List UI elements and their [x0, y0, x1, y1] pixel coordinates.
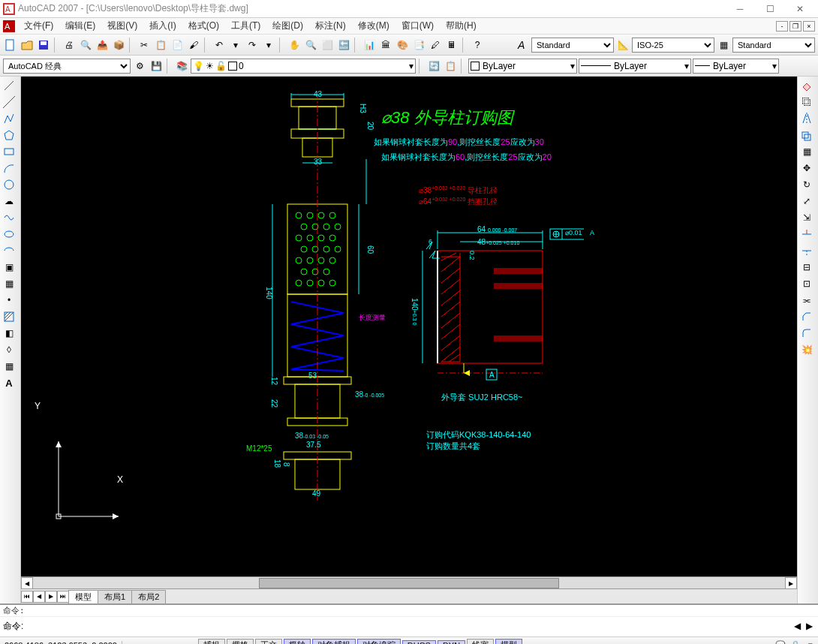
- join-icon[interactable]: ⫘: [799, 293, 814, 308]
- status-lwt[interactable]: 线宽: [467, 639, 494, 644]
- ellipsearc-icon[interactable]: [2, 243, 17, 258]
- point-icon[interactable]: •: [2, 293, 17, 308]
- menu-format[interactable]: 格式(O): [182, 20, 225, 32]
- lineweight-combo[interactable]: ByLayer▾: [693, 59, 779, 74]
- mdi-close-button[interactable]: ×: [803, 21, 815, 32]
- block-icon[interactable]: ▣: [2, 260, 17, 275]
- pline-icon[interactable]: [2, 111, 17, 126]
- hatch-icon[interactable]: [2, 309, 17, 324]
- redo-icon[interactable]: ↷: [245, 38, 260, 53]
- color-combo[interactable]: ByLayer▾: [468, 59, 577, 74]
- menu-dim[interactable]: 标注(N): [309, 20, 352, 32]
- region-icon[interactable]: ◊: [2, 342, 17, 357]
- status-model[interactable]: 模型: [495, 639, 522, 644]
- calc-icon[interactable]: 🖩: [444, 38, 459, 53]
- status-otrack[interactable]: 对象追踪: [357, 639, 401, 644]
- menu-window[interactable]: 窗口(W): [395, 20, 440, 32]
- app-menu-icon[interactable]: A: [3, 20, 15, 32]
- tablestyle-icon[interactable]: ▦: [716, 38, 731, 53]
- matchprops-icon[interactable]: 🖌: [186, 38, 201, 53]
- workspace-settings-icon[interactable]: ⚙: [132, 59, 147, 74]
- tab-prev-icon[interactable]: ◀: [33, 591, 45, 603]
- tab-next-icon[interactable]: ▶: [45, 591, 57, 603]
- workspace-save-icon[interactable]: 💾: [149, 59, 164, 74]
- print-icon[interactable]: 🖨: [62, 38, 77, 53]
- table-icon[interactable]: ▦: [2, 359, 17, 374]
- move-icon[interactable]: ✥: [799, 161, 814, 176]
- menu-draw[interactable]: 绘图(D): [266, 20, 309, 32]
- preview-icon[interactable]: 🔍: [78, 38, 93, 53]
- rectangle-icon[interactable]: [2, 144, 17, 159]
- close-button[interactable]: ✕: [785, 1, 815, 17]
- revcloud-icon[interactable]: ☁: [2, 194, 17, 209]
- status-lock-icon[interactable]: 🔒: [788, 638, 803, 645]
- menu-modify[interactable]: 修改(M): [352, 20, 395, 32]
- offset-icon[interactable]: [799, 128, 814, 143]
- status-grid[interactable]: 栅格: [227, 639, 254, 644]
- erase-icon[interactable]: [799, 78, 814, 93]
- status-dyn[interactable]: DYN: [438, 640, 465, 645]
- zoom-window-icon[interactable]: ⬜: [320, 38, 335, 53]
- workspace-combo[interactable]: AutoCAD 经典: [3, 59, 131, 74]
- scroll-left-icon[interactable]: ◀: [21, 577, 33, 589]
- layer-prev-icon[interactable]: 🔄: [426, 59, 441, 74]
- arc-icon[interactable]: [2, 161, 17, 176]
- designcenter-icon[interactable]: 🏛: [378, 38, 393, 53]
- layer-manager-icon[interactable]: 📚: [174, 59, 189, 74]
- layer-states-icon[interactable]: 📋: [443, 59, 458, 74]
- tab-model[interactable]: 模型: [68, 590, 98, 603]
- drawing-canvas[interactable]: X Y ⌀38 外导柱订购图 如果钢球衬套长度为90,则挖丝长度25应改为30 …: [21, 77, 797, 576]
- scroll-right-icon[interactable]: ▶: [785, 577, 797, 589]
- paste-icon[interactable]: 📄: [170, 38, 185, 53]
- mirror-icon[interactable]: [799, 111, 814, 126]
- mtext-icon[interactable]: A: [2, 375, 17, 390]
- layer-combo[interactable]: 💡 ☀ 🔓 0 ▾: [191, 59, 416, 74]
- open-icon[interactable]: [20, 38, 35, 53]
- minimize-button[interactable]: ─: [725, 1, 755, 17]
- ellipse-icon[interactable]: [2, 227, 17, 242]
- menu-edit[interactable]: 编辑(E): [59, 20, 101, 32]
- 3ddwf-icon[interactable]: 📦: [111, 38, 126, 53]
- status-osnap[interactable]: 对象捕捉: [312, 639, 356, 644]
- publish-icon[interactable]: 📤: [95, 38, 110, 53]
- zoom-prev-icon[interactable]: 🔙: [336, 38, 351, 53]
- linetype-combo[interactable]: ByLayer▾: [579, 59, 691, 74]
- status-comm-icon[interactable]: 💬: [773, 638, 788, 645]
- status-ducs[interactable]: DUCS: [402, 640, 436, 645]
- undo-list-icon[interactable]: ▾: [228, 38, 243, 53]
- extend-icon[interactable]: [799, 243, 814, 258]
- redo-list-icon[interactable]: ▾: [261, 38, 276, 53]
- explode-icon[interactable]: 💥: [799, 342, 814, 357]
- status-tray-icon[interactable]: ▾: [803, 638, 818, 645]
- dimstyle-combo[interactable]: ISO-25: [632, 38, 714, 53]
- zoom-realtime-icon[interactable]: 🔍: [303, 38, 318, 53]
- break2-icon[interactable]: ⊡: [799, 276, 814, 291]
- coordinates[interactable]: 2668.4186, 3123.9553, 0.0000: [0, 641, 122, 645]
- status-ortho[interactable]: 正交: [255, 639, 282, 644]
- h-scrollbar[interactable]: ◀ ▶: [21, 576, 797, 588]
- menu-insert[interactable]: 插入(I): [143, 20, 182, 32]
- tab-last-icon[interactable]: ⏭: [57, 591, 69, 603]
- scale-icon[interactable]: ⤢: [799, 194, 814, 209]
- array-icon[interactable]: ▦: [799, 144, 814, 159]
- textstyle-icon[interactable]: A: [515, 38, 530, 53]
- mdi-restore-button[interactable]: ❐: [789, 21, 801, 32]
- cmd-scroll-left-icon[interactable]: ◀: [791, 621, 803, 631]
- makeblock-icon[interactable]: ▦: [2, 276, 17, 291]
- tab-layout2[interactable]: 布局2: [131, 590, 166, 603]
- markup-icon[interactable]: 🖊: [428, 38, 443, 53]
- chamfer-icon[interactable]: [799, 309, 814, 324]
- textstyle-combo[interactable]: Standard: [531, 38, 614, 53]
- status-snap[interactable]: 捕捉: [198, 639, 225, 644]
- copy-obj-icon[interactable]: ⿻: [799, 95, 814, 110]
- xline-icon[interactable]: [2, 95, 17, 110]
- sheetset-icon[interactable]: 📑: [411, 38, 426, 53]
- maximize-button[interactable]: ☐: [755, 1, 785, 17]
- dimstyle-icon[interactable]: 📐: [615, 38, 630, 53]
- menu-view[interactable]: 视图(V): [101, 20, 143, 32]
- menu-file[interactable]: 文件(F): [18, 20, 59, 32]
- gradient-icon[interactable]: ◧: [2, 326, 17, 341]
- tablestyle-combo[interactable]: Standard: [732, 38, 815, 53]
- pan-icon[interactable]: ✋: [287, 38, 302, 53]
- copy-icon[interactable]: 📋: [153, 38, 168, 53]
